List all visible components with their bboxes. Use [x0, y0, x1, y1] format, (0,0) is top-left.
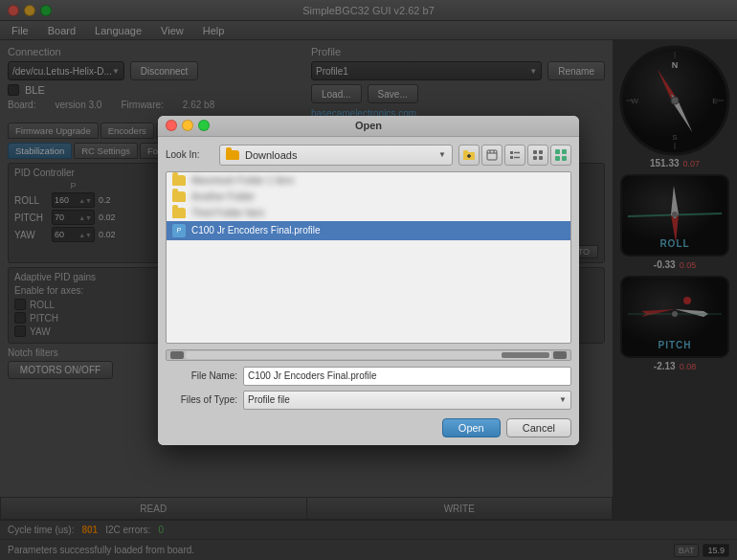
- file-item-1[interactable]: Macintosh Folder 1 Item: [167, 172, 570, 189]
- lookin-folder: Downloads: [245, 149, 433, 161]
- filetype-arrow: ▼: [559, 395, 567, 404]
- modal-overlay: Open Look In: Downloads ▼: [0, 0, 737, 560]
- lookin-arrow: ▼: [438, 150, 446, 159]
- file-list[interactable]: Macintosh Folder 1 Item Another Folder T…: [166, 171, 571, 344]
- modal-title: Open: [355, 120, 382, 131]
- cancel-button[interactable]: Cancel: [506, 418, 571, 437]
- scroll-left-btn[interactable]: [170, 351, 184, 359]
- list-icon: [509, 149, 521, 161]
- svg-rect-42: [562, 149, 567, 154]
- new-folder-icon-btn[interactable]: [458, 145, 480, 166]
- modal-buttons: Open Cancel: [166, 414, 571, 437]
- view-icon-btn-1[interactable]: [481, 145, 502, 166]
- filename-input[interactable]: [243, 367, 571, 386]
- svg-rect-38: [539, 150, 543, 154]
- svg-rect-37: [533, 150, 537, 154]
- lookin-select[interactable]: Downloads ▼: [219, 145, 453, 166]
- svg-rect-44: [562, 156, 567, 161]
- folder-icon-1: [172, 175, 186, 186]
- new-folder-icon: [463, 149, 475, 161]
- modal-min-btn[interactable]: [182, 120, 193, 131]
- folder-icon-3: [172, 208, 186, 218]
- file-name-1: Macintosh Folder 1 Item: [191, 175, 294, 186]
- scroll-track: [186, 351, 551, 359]
- scroll-right-btn[interactable]: [553, 351, 567, 359]
- file-item-2[interactable]: Another Folder: [167, 189, 570, 205]
- file-item-4[interactable]: P C100 Jr Encoders Final.profile: [167, 221, 570, 240]
- modal-close-btn[interactable]: [166, 120, 177, 131]
- file-name-3: Third Folder Item: [191, 208, 264, 218]
- file-item-3[interactable]: Third Folder Item: [167, 205, 570, 221]
- svg-rect-41: [555, 149, 560, 154]
- modal-body: Look In: Downloads ▼: [158, 137, 579, 445]
- details-icon: [555, 149, 567, 161]
- filetype-row: Files of Type: Profile file ▼: [166, 391, 571, 410]
- folder-icon-2: [172, 191, 186, 202]
- calendar-icon: [486, 149, 498, 161]
- filetype-value: Profile file: [248, 394, 290, 405]
- profile-icon-1: P: [172, 224, 186, 237]
- svg-rect-26: [463, 150, 468, 153]
- svg-rect-33: [510, 151, 513, 154]
- filetype-label: Files of Type:: [166, 394, 237, 405]
- filename-row: File Name:: [166, 367, 571, 386]
- open-button[interactable]: Open: [442, 418, 501, 437]
- grid-icon: [532, 149, 544, 161]
- file-name-2: Another Folder: [191, 191, 255, 202]
- toolbar-icons: [458, 145, 571, 166]
- scroll-thumb[interactable]: [502, 352, 549, 358]
- modal-titlebar: Open: [158, 116, 579, 137]
- view-icon-btn-2[interactable]: [504, 145, 525, 166]
- svg-rect-40: [539, 156, 543, 160]
- svg-rect-39: [533, 156, 537, 160]
- svg-rect-34: [510, 156, 513, 159]
- filetype-select[interactable]: Profile file ▼: [243, 391, 571, 410]
- view-icon-btn-4[interactable]: [550, 145, 571, 166]
- file-name-4: C100 Jr Encoders Final.profile: [191, 225, 321, 235]
- open-dialog: Open Look In: Downloads ▼: [158, 116, 579, 445]
- h-scrollbar[interactable]: [166, 349, 571, 361]
- svg-rect-43: [555, 156, 560, 161]
- lookin-label: Look In:: [166, 149, 213, 160]
- filename-label: File Name:: [166, 370, 237, 381]
- modal-toolbar: Look In: Downloads ▼: [166, 145, 571, 166]
- view-icon-btn-3[interactable]: [527, 145, 548, 166]
- modal-window-controls[interactable]: [166, 120, 210, 131]
- folder-icon: [226, 150, 239, 160]
- svg-rect-29: [487, 150, 497, 160]
- modal-max-btn[interactable]: [198, 120, 210, 131]
